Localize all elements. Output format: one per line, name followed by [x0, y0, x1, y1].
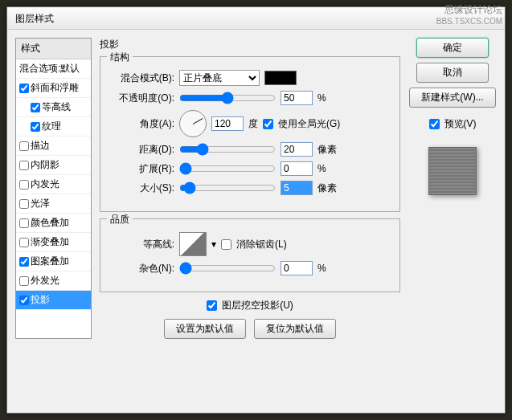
distance-unit: 像素: [317, 143, 337, 157]
structure-title: 结构: [107, 51, 133, 64]
sidebar-item-8[interactable]: 颜色叠加: [16, 214, 91, 233]
sidebar-item-label: 投影: [31, 293, 50, 307]
sidebar-header: 样式: [16, 39, 91, 59]
size-unit: 像素: [317, 181, 337, 195]
sidebar-item-label: 纹理: [42, 120, 61, 133]
sidebar-item-label: 描边: [31, 139, 50, 153]
sidebar-item-0[interactable]: 混合选项:默认: [16, 59, 91, 79]
new-style-button[interactable]: 新建样式(W)...: [409, 88, 495, 108]
angle-dial[interactable]: [179, 110, 207, 137]
size-label: 大小(S):: [110, 181, 174, 195]
contour-picker[interactable]: [179, 232, 207, 256]
spread-slider[interactable]: [179, 162, 276, 175]
right-panel: 确定 取消 新建样式(W)... 预览(V): [408, 38, 497, 339]
noise-input[interactable]: [281, 261, 313, 275]
global-light-label: 使用全局光(G): [278, 117, 340, 131]
opacity-input[interactable]: [281, 91, 313, 105]
chevron-down-icon[interactable]: ▾: [211, 239, 216, 250]
sidebar-item-label: 颜色叠加: [31, 216, 69, 230]
preview-swatch: [428, 147, 477, 195]
preview-checkbox[interactable]: [429, 119, 440, 129]
noise-label: 杂色(N):: [110, 262, 174, 275]
sidebar-checkbox-9[interactable]: [19, 238, 29, 247]
sidebar-item-label: 外发光: [31, 274, 59, 287]
sidebar-item-9[interactable]: 渐变叠加: [16, 233, 91, 252]
spread-unit: %: [317, 163, 326, 174]
preview-label: 预览(V): [444, 117, 477, 131]
spread-label: 扩展(R):: [110, 162, 174, 176]
contour-label: 等高线:: [110, 238, 174, 251]
watermark: 思缘设计论坛 BBS.TSXCS.COM: [436, 3, 502, 26]
make-default-button[interactable]: 设置为默认值: [164, 319, 246, 339]
quality-title: 品质: [107, 213, 133, 226]
sidebar-item-11[interactable]: 外发光: [16, 271, 91, 291]
main-panel: 投影 结构 混合模式(B): 正片叠底 不透明度(O): % 角度(A):: [100, 38, 400, 339]
sidebar-item-4[interactable]: 描边: [16, 137, 91, 156]
blend-mode-select[interactable]: 正片叠底: [179, 70, 260, 86]
cancel-button[interactable]: 取消: [416, 63, 489, 83]
distance-input[interactable]: [281, 142, 313, 157]
sidebar-item-label: 斜面和浮雕: [31, 81, 79, 95]
sidebar-item-label: 内阴影: [31, 158, 59, 172]
sidebar-item-10[interactable]: 图案叠加: [16, 252, 91, 271]
sidebar-checkbox-6[interactable]: [19, 180, 29, 190]
sidebar-checkbox-3[interactable]: [31, 122, 40, 132]
sidebar-checkbox-5[interactable]: [19, 161, 29, 170]
sidebar-item-12[interactable]: 投影: [16, 291, 91, 310]
sidebar-checkbox-7[interactable]: [19, 199, 29, 209]
layer-style-dialog: 图层样式 样式 混合选项:默认斜面和浮雕等高线纹理描边内阴影内发光光泽颜色叠加渐…: [6, 6, 506, 414]
sidebar-item-label: 图案叠加: [31, 255, 69, 268]
window-title: 图层样式: [15, 13, 54, 24]
titlebar: 图层样式: [7, 7, 505, 30]
structure-group: 结构 混合模式(B): 正片叠底 不透明度(O): % 角度(A): 度: [100, 56, 400, 212]
opacity-unit: %: [317, 92, 326, 104]
opacity-label: 不透明度(O):: [110, 92, 174, 105]
sidebar-item-label: 光泽: [31, 197, 50, 210]
sidebar-item-label: 内发光: [31, 177, 59, 191]
distance-slider[interactable]: [179, 143, 276, 156]
sidebar-item-2[interactable]: 等高线: [16, 98, 91, 117]
sidebar-checkbox-12[interactable]: [19, 296, 29, 305]
quality-group: 品质 等高线: ▾ 消除锯齿(L) 杂色(N): %: [100, 218, 400, 292]
styles-sidebar: 样式 混合选项:默认斜面和浮雕等高线纹理描边内阴影内发光光泽颜色叠加渐变叠加图案…: [15, 38, 92, 339]
sidebar-item-3[interactable]: 纹理: [16, 117, 91, 137]
angle-unit: 度: [248, 117, 258, 131]
sidebar-item-5[interactable]: 内阴影: [16, 156, 91, 175]
sidebar-item-6[interactable]: 内发光: [16, 175, 91, 194]
sidebar-checkbox-11[interactable]: [19, 276, 29, 286]
size-input[interactable]: [281, 181, 313, 195]
sidebar-item-label: 渐变叠加: [31, 235, 69, 249]
noise-unit: %: [317, 263, 326, 274]
antialias-checkbox[interactable]: [221, 239, 231, 250]
antialias-label: 消除锯齿(L): [236, 238, 287, 251]
panel-heading: 投影: [100, 38, 400, 51]
blend-mode-label: 混合模式(B):: [110, 71, 174, 85]
sidebar-item-label: 等高线: [42, 100, 71, 114]
sidebar-item-1[interactable]: 斜面和浮雕: [16, 79, 91, 98]
opacity-slider[interactable]: [179, 92, 276, 104]
sidebar-checkbox-2[interactable]: [31, 103, 40, 112]
sidebar-checkbox-10[interactable]: [19, 257, 29, 267]
knockout-label: 图层挖空投影(U): [222, 299, 293, 312]
sidebar-checkbox-1[interactable]: [19, 84, 29, 93]
ok-button[interactable]: 确定: [416, 38, 489, 58]
noise-slider[interactable]: [179, 262, 276, 275]
spread-input[interactable]: [281, 161, 313, 176]
shadow-color-swatch[interactable]: [264, 71, 297, 85]
angle-input[interactable]: [211, 116, 244, 131]
sidebar-checkbox-4[interactable]: [19, 141, 29, 151]
reset-default-button[interactable]: 复位为默认值: [254, 319, 336, 339]
global-light-checkbox[interactable]: [263, 119, 273, 129]
size-slider[interactable]: [179, 181, 276, 194]
knockout-checkbox[interactable]: [207, 300, 217, 311]
sidebar-checkbox-8[interactable]: [19, 218, 29, 228]
distance-label: 距离(D):: [110, 143, 174, 157]
angle-label: 角度(A):: [110, 117, 174, 131]
sidebar-item-7[interactable]: 光泽: [16, 194, 91, 214]
sidebar-item-label: 混合选项:默认: [19, 62, 80, 75]
